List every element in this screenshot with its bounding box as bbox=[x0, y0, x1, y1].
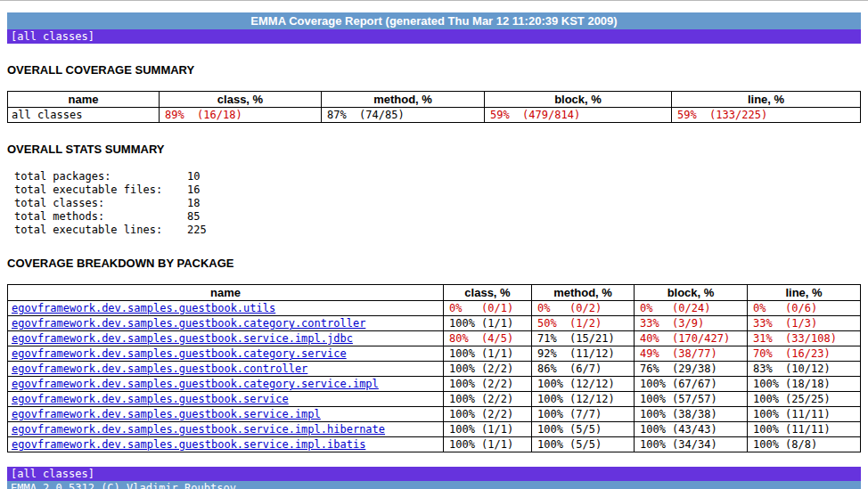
emma-report-page: EMMA Coverage Report (generated Thu Mar … bbox=[0, 0, 868, 489]
breakdown-by-package-table: nameclass, %method, %block, %line, % ego… bbox=[7, 284, 861, 452]
column-header: block, % bbox=[635, 285, 748, 301]
coverage-value-cell: 71% (15/21) bbox=[532, 331, 635, 346]
stat-value: 18 bbox=[187, 197, 207, 210]
coverage-value-cell: 100% (2/2) bbox=[444, 407, 532, 422]
coverage-value-cell: 59% (479/814) bbox=[485, 108, 672, 123]
column-header: block, % bbox=[485, 92, 672, 108]
table-row: egovframework.dev.samples.guestbook.cate… bbox=[8, 377, 861, 392]
stats-row: total executable lines:225 bbox=[14, 224, 207, 237]
coverage-value-cell: 0% (0/1) bbox=[444, 301, 532, 316]
coverage-value-cell: 100% (1/1) bbox=[444, 316, 532, 331]
stat-value: 16 bbox=[187, 183, 207, 197]
table-row: egovframework.dev.samples.guestbook.serv… bbox=[8, 392, 861, 407]
table-row: egovframework.dev.samples.guestbook.cate… bbox=[8, 346, 861, 362]
stat-label: total classes: bbox=[14, 197, 187, 210]
summary-header-row: nameclass, %method, %block, %line, % bbox=[8, 92, 861, 108]
package-name-cell: egovframework.dev.samples.guestbook.cate… bbox=[8, 377, 444, 392]
coverage-value-cell: 100% (38/38) bbox=[635, 407, 748, 422]
stat-label: total executable files: bbox=[14, 183, 187, 197]
coverage-value-cell: 87% (74/85) bbox=[322, 108, 485, 123]
coverage-value-cell: 100% (2/2) bbox=[444, 362, 532, 377]
coverage-value-cell: 59% (133/225) bbox=[672, 108, 861, 123]
column-header: method, % bbox=[532, 285, 635, 301]
column-header: name bbox=[8, 92, 160, 108]
table-row: egovframework.dev.samples.guestbook.serv… bbox=[8, 407, 861, 422]
package-link[interactable]: egovframework.dev.samples.guestbook.serv… bbox=[12, 438, 365, 451]
breakdown-header-row: nameclass, %method, %block, %line, % bbox=[8, 285, 861, 301]
coverage-value-cell: 100% (1/1) bbox=[444, 437, 532, 452]
package-name-cell: egovframework.dev.samples.guestbook.util… bbox=[8, 301, 444, 316]
coverage-value-cell: 100% (7/7) bbox=[532, 407, 635, 422]
package-name-cell: egovframework.dev.samples.guestbook.serv… bbox=[8, 437, 444, 452]
coverage-value-cell: 100% (11/11) bbox=[748, 407, 861, 422]
stat-label: total packages: bbox=[14, 170, 187, 183]
package-name-cell: egovframework.dev.samples.guestbook.serv… bbox=[8, 422, 444, 437]
nav-bar-top: [all classes] bbox=[7, 29, 861, 44]
table-row: egovframework.dev.samples.guestbook.serv… bbox=[8, 331, 861, 346]
coverage-value-cell: 80% (4/5) bbox=[444, 331, 532, 346]
column-header: name bbox=[8, 285, 444, 301]
package-link[interactable]: egovframework.dev.samples.guestbook.cate… bbox=[12, 378, 379, 390]
coverage-value-cell: 0% (0/2) bbox=[532, 301, 635, 316]
coverage-value-cell: 31% (33/108) bbox=[748, 331, 861, 346]
coverage-value-cell: 70% (16/23) bbox=[748, 346, 861, 362]
coverage-value-cell: 100% (67/67) bbox=[635, 377, 748, 392]
package-link[interactable]: egovframework.dev.samples.guestbook.util… bbox=[12, 302, 275, 314]
package-link[interactable]: egovframework.dev.samples.guestbook.cont… bbox=[12, 363, 307, 375]
package-name-cell: egovframework.dev.samples.guestbook.cate… bbox=[8, 346, 444, 362]
package-link[interactable]: egovframework.dev.samples.guestbook.cate… bbox=[12, 317, 365, 330]
overall-coverage-table: nameclass, %method, %block, %line, % all… bbox=[7, 91, 861, 123]
table-row: all classes89% (16/18)87% (74/85)59% (47… bbox=[8, 108, 861, 123]
stats-row: total classes:18 bbox=[14, 197, 207, 210]
nav-bar-bottom: [all classes] bbox=[7, 467, 861, 481]
overall-coverage-heading: OVERALL COVERAGE SUMMARY bbox=[7, 63, 861, 77]
coverage-value-cell: 50% (1/2) bbox=[532, 316, 635, 331]
coverage-value-cell: 0% (0/6) bbox=[748, 301, 861, 316]
package-name-cell: egovframework.dev.samples.guestbook.cate… bbox=[8, 316, 444, 331]
coverage-value-cell: 100% (8/8) bbox=[748, 437, 861, 452]
stat-value: 10 bbox=[187, 170, 207, 183]
coverage-value-cell: 0% (0/24) bbox=[635, 301, 748, 316]
package-name-cell: egovframework.dev.samples.guestbook.serv… bbox=[8, 407, 444, 422]
package-link[interactable]: egovframework.dev.samples.guestbook.serv… bbox=[12, 423, 385, 436]
table-row: egovframework.dev.samples.guestbook.cont… bbox=[8, 362, 861, 377]
row-name-cell: all classes bbox=[8, 108, 160, 123]
stats-row: total executable files:16 bbox=[14, 183, 207, 197]
package-link[interactable]: egovframework.dev.samples.guestbook.serv… bbox=[12, 393, 289, 405]
column-header: line, % bbox=[748, 285, 861, 301]
column-header: line, % bbox=[672, 92, 861, 108]
coverage-value-cell: 33% (3/9) bbox=[635, 316, 748, 331]
package-name-cell: egovframework.dev.samples.guestbook.serv… bbox=[8, 331, 444, 346]
coverage-value-cell: 100% (25/25) bbox=[748, 392, 861, 407]
stat-label: total methods: bbox=[14, 210, 187, 224]
package-link[interactable]: egovframework.dev.samples.guestbook.cate… bbox=[12, 347, 347, 360]
package-name-cell: egovframework.dev.samples.guestbook.cont… bbox=[8, 362, 444, 377]
coverage-value-cell: 83% (10/12) bbox=[748, 362, 861, 377]
package-link[interactable]: egovframework.dev.samples.guestbook.serv… bbox=[12, 408, 321, 420]
coverage-value-cell: 100% (5/5) bbox=[532, 437, 635, 452]
package-name-cell: egovframework.dev.samples.guestbook.serv… bbox=[8, 392, 444, 407]
coverage-value-cell: 89% (16/18) bbox=[160, 108, 322, 123]
coverage-value-cell: 92% (11/12) bbox=[532, 346, 635, 362]
table-row: egovframework.dev.samples.guestbook.serv… bbox=[8, 422, 861, 437]
table-row: egovframework.dev.samples.guestbook.cate… bbox=[8, 316, 861, 331]
coverage-value-cell: 40% (170/427) bbox=[635, 331, 748, 346]
overall-stats-table: total packages:10total executable files:… bbox=[14, 170, 207, 237]
coverage-value-cell: 100% (12/12) bbox=[532, 392, 635, 407]
coverage-value-cell: 33% (1/3) bbox=[748, 316, 861, 331]
coverage-value-cell: 100% (2/2) bbox=[444, 392, 532, 407]
stats-row: total methods:85 bbox=[14, 210, 207, 224]
coverage-value-cell: 86% (6/7) bbox=[532, 362, 635, 377]
stat-label: total executable lines: bbox=[14, 224, 187, 237]
breakdown-heading: COVERAGE BREAKDOWN BY PACKAGE bbox=[7, 257, 861, 270]
coverage-value-cell: 100% (2/2) bbox=[444, 377, 532, 392]
stat-value: 85 bbox=[187, 210, 207, 224]
coverage-value-cell: 100% (34/34) bbox=[635, 437, 748, 452]
coverage-value-cell: 100% (11/11) bbox=[748, 422, 861, 437]
column-header: method, % bbox=[322, 92, 485, 108]
stat-value: 225 bbox=[187, 224, 207, 237]
coverage-value-cell: 100% (1/1) bbox=[444, 422, 532, 437]
nav-all-classes-top: [all classes] bbox=[11, 30, 94, 43]
column-header: class, % bbox=[444, 285, 532, 301]
package-link[interactable]: egovframework.dev.samples.guestbook.serv… bbox=[12, 332, 353, 345]
